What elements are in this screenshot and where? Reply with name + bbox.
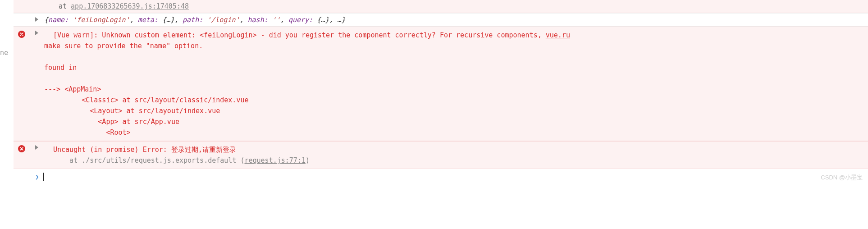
- console-prompt[interactable]: ❯: [14, 169, 868, 183]
- brace-close: }: [341, 16, 345, 24]
- obj-key-name: name:: [48, 16, 69, 24]
- error-icon: [18, 31, 25, 38]
- obj-val-hash: '': [272, 16, 280, 24]
- error-head: [Vue warn]: Unknown custom element: <fei…: [53, 31, 546, 39]
- watermark-text: CSDN @小墨宝: [821, 173, 863, 183]
- brace-open: {: [44, 16, 48, 24]
- obj-key-meta: meta:: [138, 16, 158, 24]
- component-tree: ---> <AppMain> <Classic> at src/layout/c…: [44, 85, 248, 137]
- cropped-text-left-1: ne: [0, 47, 8, 58]
- obj-val-name: 'feiLongLogin': [73, 16, 129, 24]
- stack-source-link[interactable]: app.1706833265639.js:17405:48: [71, 2, 189, 10]
- error-head: Uncaught (in promise) Error: 登录过期,请重新登录: [53, 146, 236, 154]
- object-preview-row[interactable]: {name: 'feiLongLogin', meta: {…}, path: …: [14, 13, 868, 27]
- text-cursor: [43, 173, 44, 181]
- stack-close: ): [306, 156, 310, 165]
- error-content: [Vue warn]: Unknown custom element: <fei…: [53, 30, 863, 138]
- error-content: Uncaught (in promise) Error: 登录过期,请重新登录 …: [53, 144, 863, 166]
- error-source-link[interactable]: vue.ru: [546, 31, 570, 39]
- error-found-in: found in: [44, 64, 77, 72]
- error-message-vue-warn: [Vue warn]: Unknown custom element: <fei…: [14, 27, 868, 141]
- stack-source-link[interactable]: request.js:77:1: [244, 156, 305, 165]
- obj-key-path: path:: [183, 16, 203, 24]
- obj-val-query: {…}: [317, 16, 329, 24]
- stack-at: at ./src/utils/request.js.exports.defaul…: [53, 156, 244, 165]
- error-line2: make sure to provide the "name" option.: [44, 42, 203, 50]
- console-panel: ne de at app.1706833265639.js:17405:48 {…: [0, 0, 868, 183]
- stack-at-prefix: at: [59, 2, 71, 10]
- stack-frame-row: at app.1706833265639.js:17405:48: [14, 0, 868, 13]
- obj-val-path: '/login': [207, 16, 239, 24]
- obj-key-query: query:: [288, 16, 313, 24]
- error-message-uncaught: Uncaught (in promise) Error: 登录过期,请重新登录 …: [14, 141, 868, 169]
- disclosure-triangle-icon[interactable]: [35, 145, 38, 150]
- obj-key-hash: hash:: [248, 16, 268, 24]
- disclosure-triangle-icon[interactable]: [35, 17, 38, 22]
- error-icon: [18, 145, 25, 152]
- prompt-arrow-icon: ❯: [35, 172, 39, 182]
- disclosure-triangle-icon[interactable]: [35, 31, 38, 35]
- obj-val-meta: {…}: [162, 16, 174, 24]
